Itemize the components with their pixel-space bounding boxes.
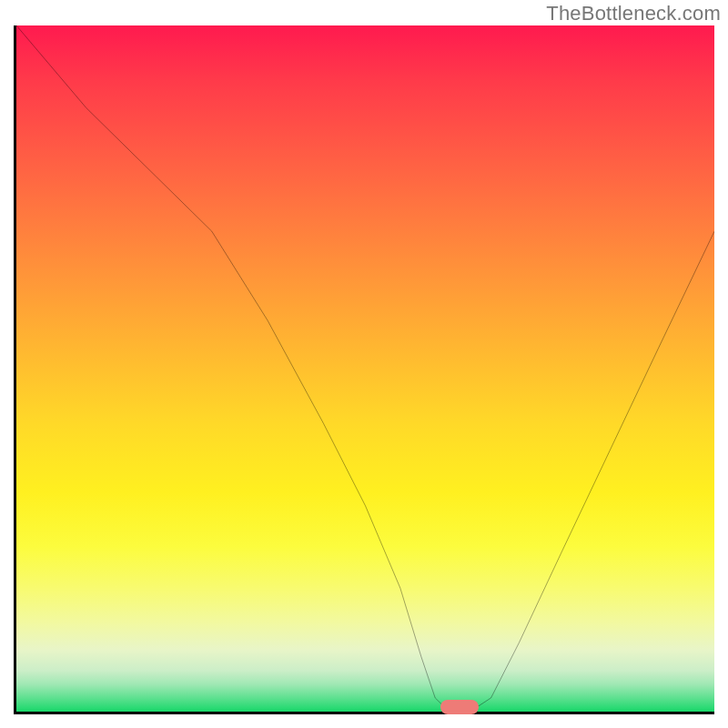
watermark-text: TheBottleneck.com [546, 2, 721, 25]
chart-container: TheBottleneck.com [0, 0, 728, 728]
plot-area [14, 25, 714, 714]
curve-svg [16, 25, 714, 712]
optimal-marker [440, 700, 479, 714]
bottleneck-curve-path [16, 25, 714, 712]
